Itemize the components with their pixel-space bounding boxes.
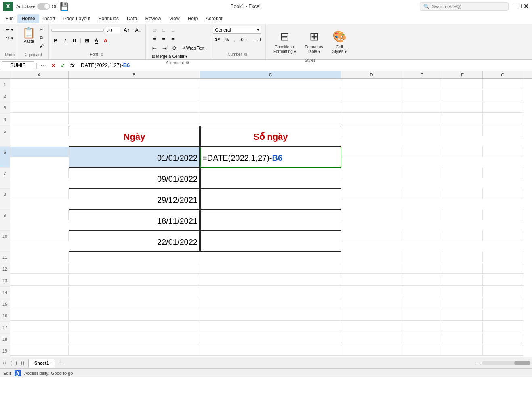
- formula-expand-btn[interactable]: ⋯: [39, 61, 48, 69]
- align-mid-right-btn[interactable]: ≡: [168, 34, 177, 42]
- cell-a6[interactable]: [10, 147, 69, 157]
- paste-btn[interactable]: 📋 Paste: [21, 26, 37, 44]
- font-expand[interactable]: ⧉: [99, 52, 105, 57]
- tab-nav-left-left[interactable]: ⟨⟨: [2, 359, 8, 367]
- cell-b1[interactable]: [69, 79, 200, 89]
- cell-g18[interactable]: [483, 334, 523, 344]
- col-header-f[interactable]: F: [442, 71, 483, 78]
- font-color-btn[interactable]: A: [101, 36, 110, 44]
- cell-f1[interactable]: [442, 79, 483, 89]
- cell-g10[interactable]: [483, 231, 523, 241]
- cell-e5[interactable]: [402, 126, 442, 136]
- font-grow-btn[interactable]: A↑: [122, 26, 132, 34]
- cell-f9[interactable]: [442, 210, 483, 220]
- cell-g13[interactable]: [483, 275, 523, 286]
- cell-c10[interactable]: [200, 231, 341, 252]
- cell-g8[interactable]: [483, 189, 523, 199]
- cell-e8[interactable]: [402, 189, 442, 199]
- align-top-center-btn[interactable]: ≡: [159, 26, 168, 34]
- cell-g2[interactable]: [483, 90, 523, 101]
- cell-a16[interactable]: [10, 310, 69, 321]
- cell-d18[interactable]: [341, 334, 402, 344]
- cell-a5[interactable]: [10, 126, 69, 136]
- cell-c7[interactable]: [200, 168, 341, 189]
- cell-e4[interactable]: [402, 114, 442, 124]
- cell-g7[interactable]: [483, 168, 523, 178]
- menu-view[interactable]: View: [165, 14, 184, 23]
- cell-e9[interactable]: [402, 210, 442, 220]
- cell-c16[interactable]: [200, 310, 341, 321]
- merge-center-btn[interactable]: ⊡ Merge & Center ▾: [150, 53, 189, 60]
- cell-f15[interactable]: [442, 298, 483, 309]
- cell-f7[interactable]: [442, 168, 483, 178]
- number-expand[interactable]: ⧉: [243, 52, 248, 57]
- search-input[interactable]: [432, 4, 496, 9]
- font-size-box[interactable]: 30: [105, 27, 120, 34]
- cell-d15[interactable]: [341, 298, 402, 309]
- search-box[interactable]: 🔍: [420, 2, 509, 11]
- cell-g6[interactable]: [483, 147, 523, 157]
- cell-d13[interactable]: [341, 275, 402, 286]
- col-header-a[interactable]: A: [10, 71, 69, 78]
- cell-g17[interactable]: [483, 322, 523, 332]
- cell-c15[interactable]: [200, 298, 341, 309]
- cell-c6[interactable]: =DATE(2022,1,27)-B6: [200, 147, 341, 168]
- cell-a1[interactable]: [10, 79, 69, 89]
- cell-c2[interactable]: [200, 90, 341, 101]
- cell-g3[interactable]: [483, 102, 523, 113]
- copy-btn[interactable]: ⧉: [38, 34, 46, 42]
- cell-a7[interactable]: [10, 168, 69, 178]
- cell-b13[interactable]: [69, 275, 200, 286]
- cell-a12[interactable]: [10, 263, 69, 274]
- cell-b15[interactable]: [69, 298, 200, 309]
- cell-f8[interactable]: [442, 189, 483, 199]
- cell-b17[interactable]: [69, 322, 200, 332]
- cell-e18[interactable]: [402, 334, 442, 344]
- col-header-b[interactable]: B: [69, 71, 200, 78]
- cell-b4[interactable]: [69, 114, 200, 124]
- menu-data[interactable]: Data: [123, 14, 141, 23]
- number-format-dropdown[interactable]: General ▾: [213, 26, 261, 34]
- border-btn[interactable]: ⊞: [82, 36, 91, 44]
- underline-btn[interactable]: U: [70, 36, 79, 44]
- cell-d5[interactable]: [341, 126, 402, 136]
- cell-d1[interactable]: [341, 79, 402, 89]
- redo-btn[interactable]: ↪ ▾: [4, 34, 15, 42]
- minimize-btn[interactable]: ─: [512, 2, 516, 10]
- close-btn[interactable]: ✕: [524, 2, 529, 10]
- comma-btn[interactable]: ,: [231, 36, 237, 43]
- cell-f17[interactable]: [442, 322, 483, 332]
- increase-decimal-btn[interactable]: .0→: [238, 36, 250, 43]
- format-painter-btn[interactable]: 🖌: [38, 42, 46, 49]
- cell-b10[interactable]: 22/01/2022: [69, 231, 200, 252]
- cell-a13[interactable]: [10, 275, 69, 286]
- confirm-formula-btn[interactable]: ✓: [59, 61, 67, 69]
- cell-g5[interactable]: [483, 126, 523, 136]
- indent-dec-btn[interactable]: ⇤: [150, 44, 159, 52]
- cell-e13[interactable]: [402, 275, 442, 286]
- cell-g14[interactable]: [483, 287, 523, 297]
- cell-d6[interactable]: [341, 147, 402, 157]
- cell-f2[interactable]: [442, 90, 483, 101]
- cell-c11[interactable]: [200, 252, 341, 262]
- cell-c8[interactable]: [200, 189, 341, 210]
- font-name-box[interactable]: [51, 29, 104, 32]
- conditional-formatting-btn[interactable]: ⊟ ConditionalFormatting ▾: [270, 27, 300, 56]
- cell-g4[interactable]: [483, 114, 523, 124]
- cell-f16[interactable]: [442, 310, 483, 321]
- cell-f12[interactable]: [442, 263, 483, 274]
- cell-c12[interactable]: [200, 263, 341, 274]
- cell-a3[interactable]: [10, 102, 69, 113]
- cell-c19[interactable]: [200, 345, 341, 356]
- cell-e1[interactable]: [402, 79, 442, 89]
- cell-d8[interactable]: [341, 189, 402, 199]
- cell-b18[interactable]: [69, 334, 200, 344]
- cell-d12[interactable]: [341, 263, 402, 274]
- cell-b16[interactable]: [69, 310, 200, 321]
- cell-b8[interactable]: 29/12/2021: [69, 189, 200, 210]
- cell-b11[interactable]: [69, 252, 200, 262]
- cell-f10[interactable]: [442, 231, 483, 241]
- sheet-tab-sheet1[interactable]: Sheet1: [28, 359, 55, 368]
- align-top-right-btn[interactable]: ≡: [168, 26, 177, 34]
- cell-d17[interactable]: [341, 322, 402, 332]
